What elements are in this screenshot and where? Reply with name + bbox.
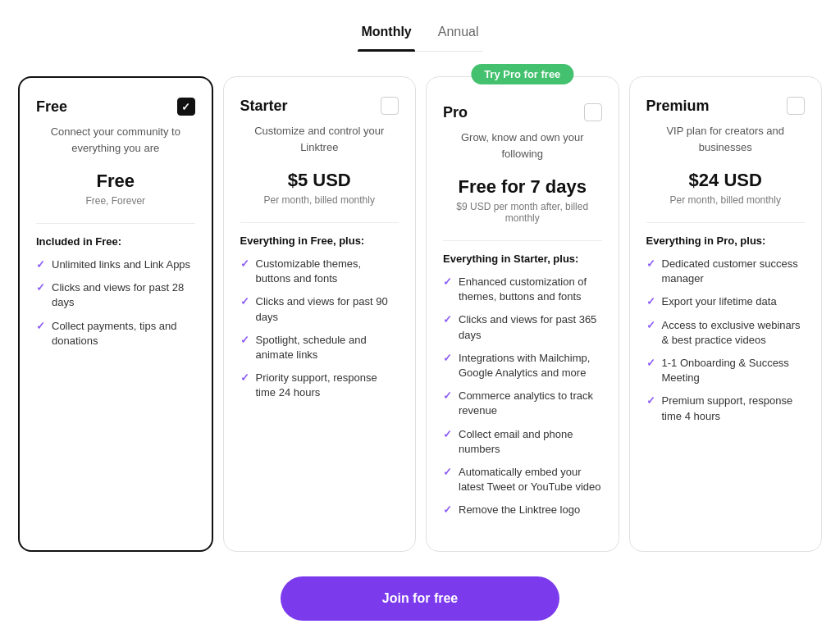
feature-premium-4-text: 1-1 Onboarding & Success Meeting xyxy=(662,356,806,385)
billing-toggle: Monthly Annual xyxy=(358,16,482,52)
feature-pro-6-text: Automatically embed your latest Tweet or… xyxy=(459,465,602,494)
plan-free-price-sub: Free, Forever xyxy=(36,195,195,207)
plan-free-name: Free xyxy=(36,98,67,116)
check-icon: ✓ xyxy=(443,313,452,326)
plan-free-price: Free xyxy=(36,171,195,192)
feature-starter-3: ✓ Spotlight, schedule and animate links xyxy=(240,333,399,362)
feature-starter-1: ✓ Customizable themes, buttons and fonts xyxy=(240,257,399,286)
feature-starter-1-text: Customizable themes, buttons and fonts xyxy=(256,257,399,286)
feature-free-2-text: Clicks and views for past 28 days xyxy=(52,280,195,310)
feature-free-1-text: Unlimited links and Link Apps xyxy=(52,257,190,272)
feature-free-1: ✓ Unlimited links and Link Apps xyxy=(36,257,195,272)
plan-premium-desc: VIP plan for creators and businesses xyxy=(646,123,806,155)
plan-pro-name: Pro xyxy=(443,104,468,121)
feature-premium-3-text: Access to exclusive webinars & best prac… xyxy=(662,318,806,348)
plan-starter-features-header: Everything in Free, plus: xyxy=(240,235,399,247)
plan-starter-price: $5 USD xyxy=(240,170,399,191)
feature-starter-3-text: Spotlight, schedule and animate links xyxy=(256,333,399,362)
plan-starter-desc: Customize and control your Linktree xyxy=(240,123,399,155)
feature-starter-4-text: Priority support, response time 24 hours xyxy=(256,371,399,400)
plan-starter[interactable]: Starter Customize and control your Linkt… xyxy=(223,76,417,552)
feature-starter-4: ✓ Priority support, response time 24 hou… xyxy=(240,371,399,400)
feature-pro-4: ✓ Commerce analytics to track revenue xyxy=(443,389,602,418)
plan-free[interactable]: Free Connect your community to everythin… xyxy=(18,76,213,552)
check-icon: ✓ xyxy=(646,319,655,331)
plan-premium-price: $24 USD xyxy=(646,170,806,191)
feature-starter-2: ✓ Clicks and views for past 90 days xyxy=(240,294,399,324)
plan-free-features-header: Included in Free: xyxy=(36,235,195,248)
feature-pro-1: ✓ Enhanced customization of themes, butt… xyxy=(443,275,602,304)
feature-premium-5-text: Premium support, response time 4 hours xyxy=(662,394,806,423)
feature-premium-3: ✓ Access to exclusive webinars & best pr… xyxy=(646,318,806,348)
feature-pro-3: ✓ Integrations with Mailchimp, Google An… xyxy=(443,351,602,380)
feature-pro-2-text: Clicks and views for past 365 days xyxy=(459,312,602,342)
plan-starter-price-sub: Per month, billed monthly xyxy=(240,194,399,206)
feature-pro-7-text: Remove the Linktree logo xyxy=(459,503,580,517)
feature-pro-5: ✓ Collect email and phone numbers xyxy=(443,427,602,457)
plan-starter-radio[interactable] xyxy=(381,97,399,115)
feature-pro-3-text: Integrations with Mailchimp, Google Anal… xyxy=(459,351,602,380)
check-icon: ✓ xyxy=(443,503,452,516)
check-icon: ✓ xyxy=(646,394,655,407)
feature-premium-4: ✓ 1-1 Onboarding & Success Meeting xyxy=(646,356,806,385)
feature-pro-4-text: Commerce analytics to track revenue xyxy=(459,389,602,418)
check-icon: ✓ xyxy=(646,357,655,369)
feature-premium-2-text: Export your lifetime data xyxy=(662,294,777,309)
check-icon: ✓ xyxy=(443,428,452,440)
feature-free-2: ✓ Clicks and views for past 28 days xyxy=(36,280,195,310)
check-icon: ✓ xyxy=(240,371,249,384)
check-icon: ✓ xyxy=(443,352,452,364)
tab-monthly[interactable]: Monthly xyxy=(358,16,414,51)
check-icon: ✓ xyxy=(240,295,249,307)
plan-pro-features-header: Everything in Starter, plus: xyxy=(443,253,602,265)
check-icon: ✓ xyxy=(646,257,655,270)
feature-pro-7: ✓ Remove the Linktree logo xyxy=(443,503,602,517)
plan-free-desc: Connect your community to everything you… xyxy=(36,124,195,156)
plan-premium[interactable]: Premium VIP plan for creators and busine… xyxy=(629,76,823,552)
plan-premium-features-header: Everything in Pro, plus: xyxy=(646,235,806,247)
plan-premium-radio[interactable] xyxy=(787,97,805,115)
plan-pro-price-sub: $9 USD per month after, billed monthly xyxy=(443,201,602,224)
feature-pro-5-text: Collect email and phone numbers xyxy=(459,427,602,457)
feature-free-3: ✓ Collect payments, tips and donations xyxy=(36,319,195,348)
plan-free-radio[interactable] xyxy=(177,98,195,116)
check-icon: ✓ xyxy=(36,320,45,332)
check-icon: ✓ xyxy=(240,334,249,346)
feature-pro-1-text: Enhanced customization of themes, button… xyxy=(459,275,602,304)
try-pro-badge: Try Pro for free xyxy=(471,64,573,84)
feature-starter-2-text: Clicks and views for past 90 days xyxy=(256,294,399,324)
check-icon: ✓ xyxy=(443,389,452,402)
feature-premium-2: ✓ Export your lifetime data xyxy=(646,294,806,309)
check-icon: ✓ xyxy=(646,295,655,307)
plan-pro-desc: Grow, know and own your following xyxy=(443,130,602,162)
feature-pro-2: ✓ Clicks and views for past 365 days xyxy=(443,312,602,342)
check-icon: ✓ xyxy=(443,466,452,478)
feature-premium-1-text: Dedicated customer success manager xyxy=(662,257,806,286)
plan-pro[interactable]: Try Pro for free Pro Grow, know and own … xyxy=(426,76,619,552)
check-icon: ✓ xyxy=(36,281,45,294)
plan-premium-price-sub: Per month, billed monthly xyxy=(646,194,806,206)
check-icon: ✓ xyxy=(240,257,249,270)
plan-pro-price: Free for 7 days xyxy=(443,176,602,198)
plan-pro-radio[interactable] xyxy=(584,103,602,121)
check-icon: ✓ xyxy=(443,276,452,288)
feature-free-3-text: Collect payments, tips and donations xyxy=(52,319,195,348)
plans-container: Free Connect your community to everythin… xyxy=(18,76,822,552)
feature-premium-1: ✓ Dedicated customer success manager xyxy=(646,257,806,286)
check-icon: ✓ xyxy=(36,258,45,271)
tab-annual[interactable]: Annual xyxy=(435,16,482,51)
plan-starter-name: Starter xyxy=(240,98,288,115)
plan-premium-name: Premium xyxy=(646,98,710,115)
feature-pro-6: ✓ Automatically embed your latest Tweet … xyxy=(443,465,602,494)
join-for-free-button[interactable]: Join for free xyxy=(281,576,559,621)
feature-premium-5: ✓ Premium support, response time 4 hours xyxy=(646,394,806,423)
